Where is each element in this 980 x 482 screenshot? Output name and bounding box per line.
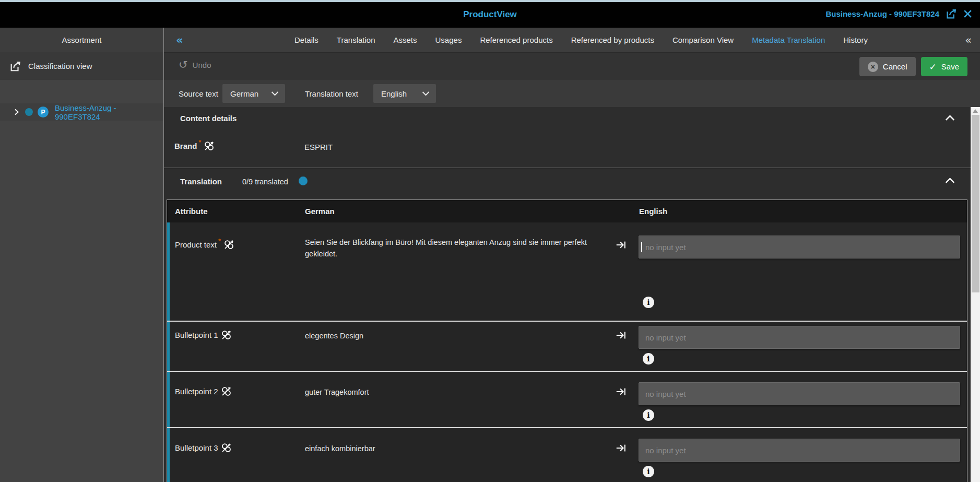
translation-text-label: Translation text [305,89,358,98]
classification-view-icon [9,61,21,72]
assortment-tree: P Business-Anzug - 990EF3T824 [0,80,163,121]
unlink-icon[interactable] [221,330,232,340]
tab-assets[interactable]: Assets [394,36,417,44]
table-row: Bulletpoint 2 guter Tragekomfort i [167,372,967,428]
unlink-icon[interactable] [223,239,234,250]
copy-to-translation-icon[interactable] [615,442,627,454]
app-header: ProductView Business-Anzug - 990EF3T824 [0,2,980,28]
vertical-scrollbar[interactable] [971,107,980,482]
row-accent-bar [167,372,170,427]
attribute-name: Product text [175,240,217,249]
translation-input-english[interactable] [639,236,960,258]
tab-translation[interactable]: Translation [337,36,375,44]
text-caret [641,242,642,252]
tab-bar: « Details Translation Assets Usages Refe… [164,28,980,52]
tab-metadata-translation[interactable]: Metadata Translation [752,36,825,44]
table-row: Bulletpoint 1 elegentes Design i [167,322,967,372]
tab-referenced-products[interactable]: Referenced products [480,36,552,44]
collapse-section-icon[interactable] [945,177,955,184]
copy-to-translation-icon[interactable] [615,239,627,251]
translation-input-english[interactable] [639,326,960,349]
table-header: Attribute German English [167,200,967,222]
undo-label: Undo [193,61,211,69]
row-accent-bar [167,322,170,371]
tree-item-label[interactable]: Business-Anzug - 990EF3T824 [55,103,163,121]
status-dot-icon [25,108,33,116]
tab-details[interactable]: Details [294,36,318,44]
save-button[interactable]: ✓ Save [921,57,967,76]
content-details-title: Content details [180,114,237,123]
table-row: Product text * Seien Sie der Blickfang i… [167,222,967,322]
table-row: Bulletpoint 3 einfach kombinierbar i [167,428,967,482]
collapse-panel-icon[interactable]: « [965,34,972,46]
tab-history[interactable]: History [843,36,868,44]
info-icon[interactable]: i [643,297,654,308]
translation-language-select[interactable]: English [373,84,436,103]
unlink-icon[interactable] [221,386,232,397]
classification-view-button[interactable]: Classification view [0,52,163,80]
copy-to-translation-icon[interactable] [615,386,627,397]
save-label: Save [941,62,959,71]
source-language-select[interactable]: German [222,84,285,103]
progress-dot-icon [299,177,308,185]
info-icon[interactable]: i [643,353,654,365]
close-icon[interactable] [963,9,973,19]
source-text-german: guter Tragekomfort [305,386,607,398]
tree-item-product[interactable]: P Business-Anzug - 990EF3T824 [0,103,163,121]
chevron-right-icon[interactable] [13,108,20,116]
row-accent-bar [167,428,170,482]
sidebar-header: Assortment [0,28,163,52]
scrollbar-thumb[interactable] [972,115,979,292]
source-text-german: einfach kombinierbar [305,443,607,454]
product-type-badge: P [38,107,49,117]
attribute-name: Bulletpoint 2 [175,387,218,396]
translation-progress: 0/9 translated [242,178,288,186]
row-accent-bar [167,222,170,321]
cancel-button[interactable]: × Cancel [859,57,916,76]
translation-language-value: English [381,89,407,98]
source-text-german: Seien Sie der Blickfang im Büro! Mit die… [305,237,607,260]
info-icon[interactable]: i [643,409,654,421]
required-asterisk: * [218,237,221,245]
chevron-down-icon [271,91,279,96]
info-icon[interactable]: i [643,466,654,477]
tab-referenced-by-products[interactable]: Referenced by products [571,36,654,44]
translation-section-header: Translation 0/9 translated [164,172,971,195]
scroll-up-icon[interactable] [973,109,978,113]
copy-to-translation-icon[interactable] [615,330,627,341]
attribute-name: Bulletpoint 3 [175,443,218,452]
cancel-label: Cancel [883,62,907,71]
translation-title: Translation [180,177,222,186]
collapse-sidebar-icon[interactable]: « [176,34,183,46]
unlink-icon[interactable] [204,140,215,151]
content-details-section: Content details Brand * ESPRIT [164,107,971,168]
assortment-sidebar: Assortment Classification view P Busines… [0,28,163,482]
required-asterisk: * [198,138,201,146]
translation-input-english[interactable] [639,439,960,462]
main-panel: « Details Translation Assets Usages Refe… [163,28,980,482]
tab-comparison-view[interactable]: Comparison View [672,36,734,44]
column-header-german: German [305,207,335,216]
action-toolbar: ↺ Undo × Cancel ✓ Save [164,52,980,80]
undo-icon: ↺ [179,60,188,70]
translation-table: Attribute German English Product text * … [167,199,967,482]
source-text-german: elegentes Design [305,330,607,342]
cancel-x-icon: × [868,62,878,72]
column-header-english: English [639,207,667,216]
column-header-attribute: Attribute [175,207,208,216]
save-check-icon: ✓ [929,62,937,72]
unlink-icon[interactable] [221,442,232,453]
translation-input-english[interactable] [639,382,960,405]
language-bar: Source text German Translation text Engl… [164,80,980,107]
source-language-value: German [230,89,258,98]
brand-value: ESPRIT [304,143,333,151]
chevron-down-icon [422,91,430,96]
brand-label: Brand [174,142,197,150]
product-reference: Business-Anzug - 990EF3T824 [825,9,939,18]
share-export-icon[interactable] [946,8,957,19]
collapse-section-icon[interactable] [945,114,955,121]
sidebar-title: Assortment [62,36,102,44]
undo-button[interactable]: ↺ Undo [179,60,211,70]
tab-usages[interactable]: Usages [435,36,462,44]
attribute-name: Bulletpoint 1 [175,331,218,339]
